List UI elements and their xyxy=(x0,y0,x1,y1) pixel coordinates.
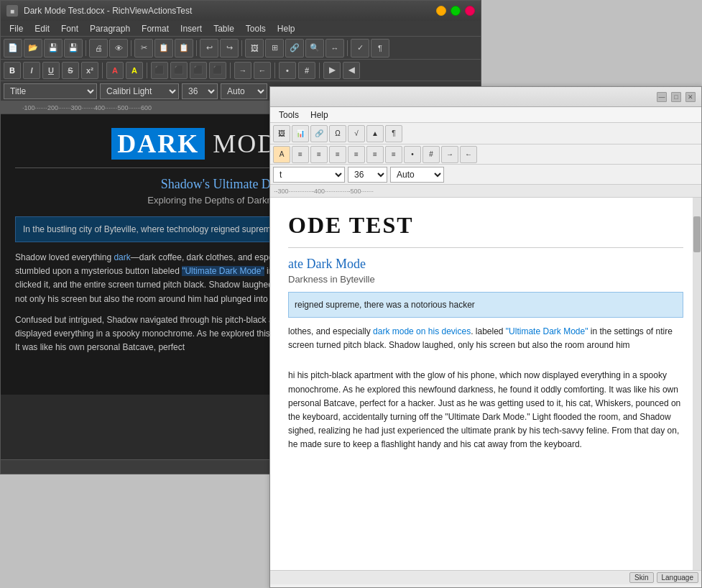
spell-button[interactable]: ✓ xyxy=(351,39,369,58)
menu-insert[interactable]: Insert xyxy=(175,22,208,35)
menu-help[interactable]: Help xyxy=(272,22,301,35)
numbering-btn[interactable]: # xyxy=(298,62,315,79)
find-button[interactable]: 🔍 xyxy=(305,39,324,58)
window-title: Dark Mode Test.docx - RichViewActionsTes… xyxy=(24,6,430,16)
sep6 xyxy=(102,63,103,78)
print-preview-button[interactable]: 👁 xyxy=(109,39,128,58)
second-format-toolbar: A ≡ ≡ ≡ ≡ ≡ ≡ • # → ← xyxy=(270,144,701,165)
menu-tools[interactable]: Tools xyxy=(240,22,272,35)
align-justify-btn[interactable]: ⬛ xyxy=(209,62,226,79)
sep2 xyxy=(131,40,131,56)
sw-btn-6[interactable]: ▲ xyxy=(366,125,384,142)
sw-btn-1[interactable]: 🖼 xyxy=(273,125,290,142)
italic-button[interactable]: I xyxy=(23,62,40,79)
sw-blue-1: dark mode on his devices xyxy=(373,326,471,336)
sw-color-select[interactable]: Auto xyxy=(390,167,444,183)
menu-table[interactable]: Table xyxy=(208,22,240,35)
link-button[interactable]: 🔗 xyxy=(285,39,304,58)
sw-fmt-6[interactable]: ≡ xyxy=(366,146,384,163)
minimize-button[interactable] xyxy=(436,6,446,16)
sw-btn-3[interactable]: 🔗 xyxy=(310,125,328,142)
sw-btn-4[interactable]: Ω xyxy=(329,125,346,142)
sw-doc-title: ODE TEST xyxy=(288,212,683,239)
font-color-btn[interactable]: A xyxy=(106,62,124,79)
sw-fmt-11[interactable]: ← xyxy=(460,146,477,163)
main-toolbar-1: 📄 📂 💾 💾 🖨 👁 ✂ 📋 📋 ↩ ↪ 🖼 ⊞ 🔗 🔍 ↔ ✓ ¶ xyxy=(1,37,481,60)
increase-indent-btn[interactable]: ▶ xyxy=(323,62,341,79)
svg-text:·100·······200·······300······: ·100·······200·······300·······400······… xyxy=(22,104,152,111)
size-select[interactable]: 36 xyxy=(182,83,218,99)
sw-language-button[interactable]: Language xyxy=(657,572,699,583)
menu-font[interactable]: Font xyxy=(55,22,84,35)
menu-paragraph[interactable]: Paragraph xyxy=(84,22,136,35)
app-icon: ■ xyxy=(6,5,18,17)
decrease-indent-btn[interactable]: ◀ xyxy=(343,62,360,79)
open-button[interactable]: 📂 xyxy=(24,39,42,58)
sw-skin-button[interactable]: Skin xyxy=(629,572,653,583)
cut-button[interactable]: ✂ xyxy=(134,39,153,58)
sw-fmt-4[interactable]: ≡ xyxy=(329,146,346,163)
second-close-button[interactable]: ✕ xyxy=(685,92,696,102)
pilcrow-button[interactable]: ¶ xyxy=(371,39,389,58)
sw-fmt-8[interactable]: • xyxy=(404,146,421,163)
sw-fmt-3[interactable]: ≡ xyxy=(310,146,328,163)
sep7 xyxy=(147,63,147,78)
sw-menu-tools[interactable]: Tools xyxy=(273,109,305,121)
table-button[interactable]: ⊞ xyxy=(265,39,284,58)
sw-fmt-5[interactable]: ≡ xyxy=(348,146,365,163)
redo-button[interactable]: ↪ xyxy=(220,39,239,58)
save-button[interactable]: 💾 xyxy=(44,39,63,58)
superscript-button[interactable]: x² xyxy=(81,62,98,79)
second-window-controls: — □ ✕ xyxy=(657,92,696,102)
paste-button[interactable]: 📋 xyxy=(175,39,193,58)
second-minimize-button[interactable]: — xyxy=(657,92,667,102)
sep9 xyxy=(274,63,275,78)
sw-btn-5[interactable]: √ xyxy=(348,125,365,142)
sw-fmt-1[interactable]: A xyxy=(273,146,290,163)
sw-fmt-7[interactable]: ≡ xyxy=(385,146,402,163)
underline-button[interactable]: U xyxy=(42,62,60,79)
align-left-btn[interactable]: ⬛ xyxy=(151,62,168,79)
bold-button[interactable]: B xyxy=(4,62,21,79)
dark-title-word: DARK xyxy=(111,128,205,160)
sw-fmt-9[interactable]: # xyxy=(422,146,440,163)
align-center-btn[interactable]: ⬛ xyxy=(170,62,188,79)
second-doc[interactable]: ODE TEST ate Dark Mode Darkness in Bytev… xyxy=(270,198,701,570)
menu-edit[interactable]: Edit xyxy=(29,22,55,35)
sw-size-select[interactable]: 36 xyxy=(348,167,387,183)
second-title-bar: — □ ✕ xyxy=(270,87,701,107)
close-button[interactable] xyxy=(465,6,475,16)
font-select[interactable]: Calibri Light xyxy=(100,83,179,99)
align-right-btn[interactable]: ⬛ xyxy=(190,62,207,79)
color-select[interactable]: Auto xyxy=(221,83,267,99)
copy-button[interactable]: 📋 xyxy=(154,39,173,58)
image-button[interactable]: 🖼 xyxy=(245,39,264,58)
strikethrough-button[interactable]: S xyxy=(62,62,79,79)
sw-fmt-2[interactable]: ≡ xyxy=(292,146,309,163)
sw-separator xyxy=(288,247,683,248)
menu-file[interactable]: File xyxy=(4,22,29,35)
replace-button[interactable]: ↔ xyxy=(325,39,344,58)
new-button[interactable]: 📄 xyxy=(4,39,22,58)
second-maximize-button[interactable]: □ xyxy=(671,92,681,102)
save-as-button[interactable]: 💾 xyxy=(64,39,83,58)
second-window: — □ ✕ Tools Help 🖼 📊 🔗 Ω √ ▲ ¶ A ≡ ≡ ≡ ≡… xyxy=(269,86,702,588)
undo-button[interactable]: ↩ xyxy=(200,39,218,58)
print-button[interactable]: 🖨 xyxy=(89,39,108,58)
sw-btn-7[interactable]: ¶ xyxy=(385,125,402,142)
second-scrollbar[interactable] xyxy=(693,198,701,570)
second-menu-bar: Tools Help xyxy=(270,107,701,123)
second-style-bar: t 36 Auto xyxy=(270,165,701,185)
sw-fmt-10[interactable]: → xyxy=(441,146,458,163)
highlight-btn[interactable]: A xyxy=(126,62,143,79)
sw-btn-2[interactable]: 📊 xyxy=(292,125,309,142)
sw-menu-help[interactable]: Help xyxy=(305,109,334,121)
indent-btn[interactable]: → xyxy=(234,62,251,79)
sw-font-select[interactable]: t xyxy=(273,167,345,183)
menu-format[interactable]: Format xyxy=(136,22,175,35)
outdent-btn[interactable]: ← xyxy=(254,62,271,79)
style-select[interactable]: Title xyxy=(4,83,97,99)
maximize-button[interactable] xyxy=(451,6,461,16)
bullets-btn[interactable]: • xyxy=(279,62,296,79)
second-scrollbar-thumb[interactable] xyxy=(693,216,701,252)
